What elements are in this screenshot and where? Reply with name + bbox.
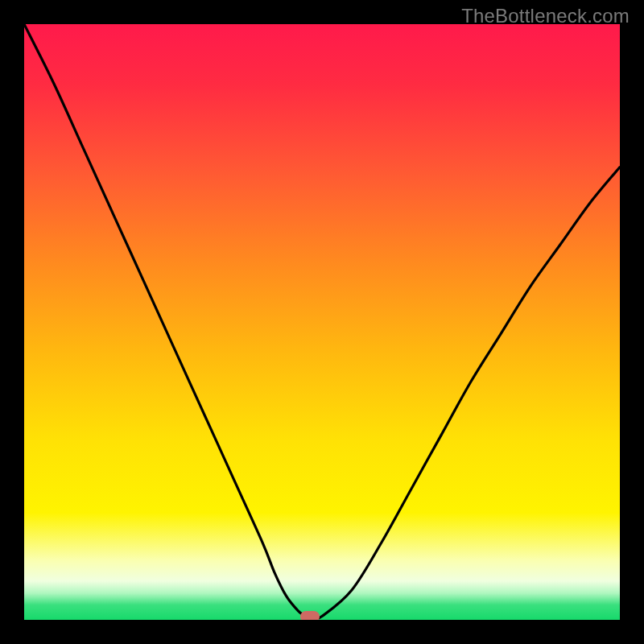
marker-pill xyxy=(300,611,320,620)
watermark-text: TheBottleneck.com xyxy=(461,5,630,27)
plot-svg xyxy=(24,24,620,620)
plot-area xyxy=(24,24,620,620)
gradient-background xyxy=(24,24,620,620)
chart-frame: TheBottleneck.com xyxy=(0,0,644,644)
